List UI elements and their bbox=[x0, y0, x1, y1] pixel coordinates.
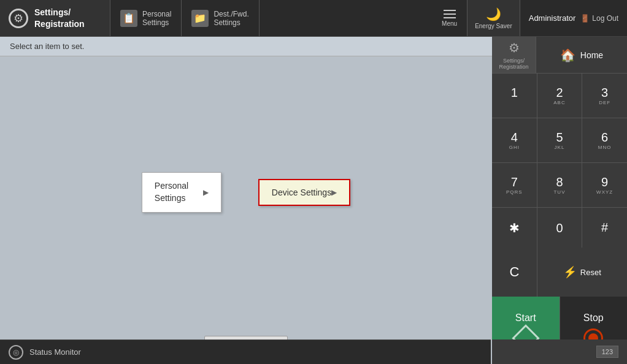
tab-personal-settings[interactable]: 📋 Personal Settings bbox=[110, 0, 182, 36]
admin-area: Administrator 🚪 Log Out bbox=[520, 0, 627, 36]
logout-icon: 🚪 bbox=[580, 14, 590, 23]
home-label: Home bbox=[580, 50, 603, 60]
device-settings-button[interactable]: Device Settings ▶ bbox=[258, 179, 350, 206]
bottom-right-badge: 123 bbox=[492, 339, 627, 364]
gear-icon-panel: ⚙ bbox=[509, 40, 520, 55]
reset-key[interactable]: ⚡ Reset bbox=[537, 248, 627, 297]
personal-settings-tab-icon: 📋 bbox=[120, 10, 137, 27]
key-5[interactable]: 5 JKL bbox=[537, 118, 582, 162]
personal-settings-label: Personal Settings bbox=[155, 180, 188, 204]
status-monitor-icon: ◎ bbox=[9, 345, 23, 360]
hamburger-icon bbox=[444, 10, 456, 18]
header-text: Select an item to set. bbox=[10, 42, 84, 51]
home-icon: 🏠 bbox=[560, 48, 575, 63]
key-9[interactable]: 9 WXYZ bbox=[582, 163, 627, 207]
right-panel-top: ⚙ Settings/ Registration 🏠 Home bbox=[492, 37, 627, 74]
numpad: 1 2 ABC 3 DEF 4 GHI 5 JKL 6 MNO bbox=[492, 74, 627, 248]
personal-settings-button[interactable]: Personal Settings ▶ bbox=[142, 172, 221, 212]
reset-icon: ⚡ bbox=[563, 265, 577, 279]
key-3[interactable]: 3 DEF bbox=[582, 74, 627, 118]
main-layout: Select an item to set. Personal Settings… bbox=[0, 37, 627, 364]
content-wrapper: Select an item to set. Personal Settings… bbox=[0, 37, 492, 364]
logout-button[interactable]: 🚪 Log Out bbox=[580, 14, 618, 23]
admin-name: Administrator bbox=[529, 13, 576, 23]
menu-button[interactable]: Menu bbox=[432, 0, 467, 36]
key-hash[interactable]: # bbox=[582, 208, 627, 248]
status-monitor-label: Status Monitor bbox=[29, 347, 81, 357]
key-star[interactable]: ✱ bbox=[492, 208, 537, 248]
top-nav-tabs: 📋 Personal Settings 📁 Dest./Fwd. Setting… bbox=[110, 0, 260, 36]
energy-saver-button[interactable]: 🌙 Energy Saver bbox=[467, 0, 520, 36]
top-bar: ⚙ Settings/ Registration 📋 Personal Sett… bbox=[0, 0, 627, 37]
key-4[interactable]: 4 GHI bbox=[492, 118, 537, 162]
key-6[interactable]: 6 MNO bbox=[582, 118, 627, 162]
moon-icon: 🌙 bbox=[486, 7, 501, 21]
gear-icon: ⚙ bbox=[9, 9, 28, 28]
key-2[interactable]: 2 ABC bbox=[537, 74, 582, 118]
key-7[interactable]: 7 PQRS bbox=[492, 163, 537, 207]
key-8[interactable]: 8 TUV bbox=[537, 163, 582, 207]
app-title: Settings/ Registration bbox=[34, 7, 85, 29]
personal-settings-arrow-icon: ▶ bbox=[203, 188, 209, 197]
content-body: Personal Settings ▶ Device Settings ▶ bbox=[0, 56, 492, 328]
status-bar: ◎ Status Monitor bbox=[0, 339, 491, 364]
bottom-buttons: C ⚡ Reset bbox=[492, 248, 627, 297]
tab-dest-fwd-settings[interactable]: 📁 Dest./Fwd. Settings bbox=[182, 0, 259, 36]
clear-key[interactable]: C bbox=[492, 248, 537, 297]
settings-registration-button[interactable]: ⚙ Settings/ Registration bbox=[492, 37, 536, 73]
content-area: Select an item to set. Personal Settings… bbox=[0, 37, 492, 364]
tab-personal-settings-label: Personal Settings bbox=[142, 10, 171, 27]
right-panel: ⚙ Settings/ Registration 🏠 Home 1 2 ABC bbox=[492, 37, 627, 364]
key-0[interactable]: 0 bbox=[537, 208, 582, 248]
num-badge: 123 bbox=[596, 346, 618, 358]
tab-dest-fwd-label: Dest./Fwd. Settings bbox=[213, 10, 248, 27]
device-settings-arrow-icon: ▶ bbox=[331, 188, 337, 197]
home-button[interactable]: 🏠 Home bbox=[536, 37, 627, 73]
content-header: Select an item to set. bbox=[0, 37, 492, 56]
settings-reg-label: Settings/ Registration bbox=[496, 58, 532, 70]
key-1[interactable]: 1 bbox=[492, 74, 537, 118]
device-settings-label: Device Settings bbox=[272, 188, 331, 197]
app-title-area: ⚙ Settings/ Registration bbox=[0, 0, 110, 36]
dest-fwd-tab-icon: 📁 bbox=[191, 10, 209, 27]
